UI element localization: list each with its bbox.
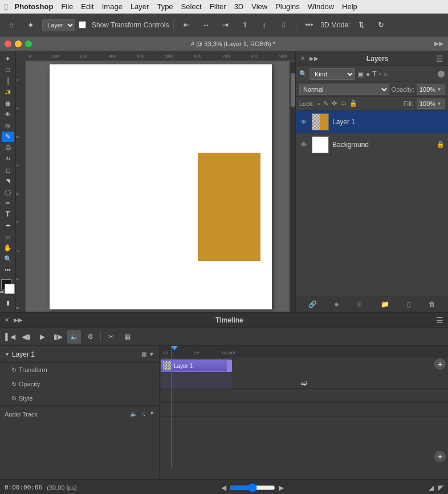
pen-tool-button[interactable]: ✏ bbox=[2, 198, 14, 209]
delete-layer-icon[interactable]: 🗑 bbox=[429, 300, 435, 308]
menu-3d[interactable]: 3D bbox=[234, 2, 244, 11]
step-back-button[interactable]: ◀▮ bbox=[19, 330, 33, 344]
type-tool-button[interactable]: T bbox=[2, 209, 14, 220]
split-at-playhead-button[interactable]: ✂ bbox=[104, 330, 118, 344]
step-forward-button[interactable]: ▮▶ bbox=[51, 330, 65, 344]
close-button[interactable] bbox=[5, 40, 11, 47]
timeline-close-icon[interactable]: ✕ bbox=[5, 317, 9, 323]
playhead-head[interactable] bbox=[171, 346, 178, 350]
new-group-icon[interactable]: 📁 bbox=[381, 300, 389, 308]
fill-control[interactable]: 100% ▼ bbox=[417, 99, 445, 109]
new-layer-icon[interactable]: ▯ bbox=[407, 300, 411, 308]
zoom-in-button[interactable]: ▶ bbox=[279, 484, 284, 492]
menu-file[interactable]: File bbox=[61, 2, 73, 11]
quick-mask-button[interactable]: ▮ bbox=[2, 297, 14, 308]
type-filter-icon[interactable]: T bbox=[372, 70, 376, 78]
menu-window[interactable]: Window bbox=[308, 2, 334, 11]
pixel-filter-icon[interactable]: ▣ bbox=[357, 70, 364, 78]
clip-end-marker[interactable] bbox=[227, 360, 231, 371]
home-button[interactable]: ⌂ bbox=[3, 17, 19, 33]
lock-artboard-icon[interactable]: ▭ bbox=[340, 100, 346, 107]
zoom-tool-button[interactable]: 🔍 bbox=[2, 254, 14, 264]
show-transform-checkbox[interactable] bbox=[79, 21, 86, 28]
maximize-button[interactable] bbox=[25, 40, 32, 47]
lock-position-icon[interactable]: ✜ bbox=[332, 100, 337, 107]
lock-transparent-icon[interactable]: ▫ bbox=[317, 100, 320, 107]
adjustments-filter-icon[interactable]: ● bbox=[366, 70, 370, 78]
style-reset-icon[interactable]: ↻ bbox=[11, 395, 17, 402]
gradient-button[interactable]: ◥ bbox=[2, 176, 14, 187]
add-style-icon[interactable]: ⎈ bbox=[335, 300, 339, 308]
background-visibility-icon[interactable]: 👁 bbox=[299, 141, 308, 149]
menu-plugins[interactable]: Plugins bbox=[275, 2, 300, 11]
brush-tool-button[interactable]: ✎ bbox=[2, 132, 14, 142]
vertical-scrollbar[interactable] bbox=[290, 62, 295, 312]
transform-reset-icon[interactable]: ↻ bbox=[11, 366, 17, 374]
shape-filter-icon[interactable]: ▫ bbox=[379, 70, 381, 78]
menu-type[interactable]: Type bbox=[157, 2, 173, 11]
more-options-button[interactable]: ••• bbox=[301, 17, 317, 33]
fill-dropdown-arrow[interactable]: ▼ bbox=[437, 101, 442, 107]
scrollbar-thumb-v[interactable] bbox=[291, 73, 295, 107]
menu-filter[interactable]: Filter bbox=[210, 2, 226, 11]
menu-view[interactable]: View bbox=[251, 2, 267, 11]
layer-collapse-arrow[interactable]: ▼ bbox=[5, 352, 10, 357]
layers-menu-icon[interactable]: ☰ bbox=[436, 54, 443, 63]
menu-edit[interactable]: Edit bbox=[81, 2, 93, 11]
panel-close-icon[interactable]: ✕ bbox=[300, 55, 305, 62]
eraser-button[interactable]: ◻ bbox=[2, 165, 14, 175]
clone-stamp-button[interactable]: ☹ bbox=[2, 142, 14, 153]
timeline-settings-button[interactable]: ⚙ bbox=[83, 330, 97, 344]
move-tool-button[interactable]: ✦ bbox=[2, 54, 14, 64]
zoom-out-button[interactable]: ◀ bbox=[221, 484, 226, 492]
magic-wand-button[interactable]: ✨ bbox=[2, 87, 14, 98]
layer-item-background[interactable]: 👁 Background 🔒 bbox=[296, 133, 448, 156]
history-brush-button[interactable]: ↻ bbox=[2, 154, 14, 165]
menu-image[interactable]: Image bbox=[102, 2, 123, 11]
lock-all-icon[interactable]: 🔒 bbox=[349, 100, 357, 107]
move-tool[interactable]: ✦ bbox=[23, 17, 39, 33]
timeline-collapse-icon[interactable]: ▶▶ bbox=[14, 317, 23, 323]
align-center-h-button[interactable]: ↔ bbox=[198, 17, 214, 33]
go-to-start-button[interactable]: ▌◀ bbox=[3, 330, 17, 344]
audio-playback-button[interactable]: 🔈 bbox=[67, 330, 81, 344]
swap-colors-icon[interactable]: ⇄ bbox=[0, 289, 4, 295]
audio-speaker-icon[interactable]: 🔈 bbox=[130, 410, 138, 418]
layer1-visibility-icon[interactable]: 👁 bbox=[299, 118, 308, 126]
menu-photoshop[interactable]: Photoshop bbox=[14, 2, 53, 11]
add-track-button[interactable]: + bbox=[434, 358, 446, 370]
spot-heal-button[interactable]: ◎ bbox=[2, 120, 14, 131]
playhead-line[interactable] bbox=[171, 346, 172, 468]
3d-mode-icon[interactable]: ⇅ bbox=[353, 17, 369, 33]
background-color[interactable] bbox=[5, 284, 15, 294]
menu-help[interactable]: Help bbox=[342, 2, 357, 11]
layer-dropdown[interactable]: Layer bbox=[42, 19, 75, 31]
minimize-button[interactable] bbox=[15, 40, 22, 47]
rotate-icon[interactable]: ↻ bbox=[373, 17, 389, 33]
add-mask-icon[interactable]: ☉ bbox=[356, 300, 363, 308]
filter-toggle[interactable] bbox=[438, 71, 445, 77]
shape-tool-button[interactable]: ▭ bbox=[2, 231, 14, 242]
audio-options-arrow[interactable]: ▼ bbox=[149, 410, 154, 418]
lock-image-icon[interactable]: ✎ bbox=[323, 100, 328, 107]
add-audio-button[interactable]: + bbox=[434, 451, 446, 462]
align-bottom-button[interactable]: ⇩ bbox=[275, 17, 291, 33]
opacity-reset-icon[interactable]: ↻ bbox=[11, 381, 17, 388]
blend-mode-select[interactable]: Normal bbox=[299, 84, 389, 95]
timeline-footer-icon2[interactable]: ◤ bbox=[438, 484, 443, 492]
play-button[interactable]: ▶ bbox=[35, 330, 49, 344]
tl-layer-options-icon[interactable]: ▼ bbox=[149, 351, 154, 357]
align-top-button[interactable]: ⇧ bbox=[237, 17, 252, 33]
menu-select[interactable]: Select bbox=[181, 2, 202, 11]
layer-link-icon[interactable]: 🔗 bbox=[308, 300, 317, 308]
opacity-control[interactable]: 100% ▼ bbox=[417, 84, 445, 95]
timeline-footer-icon1[interactable]: ◢ bbox=[429, 484, 434, 492]
align-right-button[interactable]: ⇥ bbox=[217, 17, 233, 33]
dodge-tool-button[interactable]: ◯ bbox=[2, 187, 14, 198]
smart-filter-icon[interactable]: ○ bbox=[384, 70, 388, 78]
panel-collapse-right[interactable]: ▶▶ bbox=[434, 40, 443, 47]
more-tools-button[interactable]: ••• bbox=[2, 265, 14, 276]
enable-onion-skin-button[interactable]: ▦ bbox=[120, 330, 134, 344]
timeline-menu-icon[interactable]: ☰ bbox=[436, 316, 443, 325]
path-select-button[interactable]: ⬌ bbox=[2, 221, 14, 231]
